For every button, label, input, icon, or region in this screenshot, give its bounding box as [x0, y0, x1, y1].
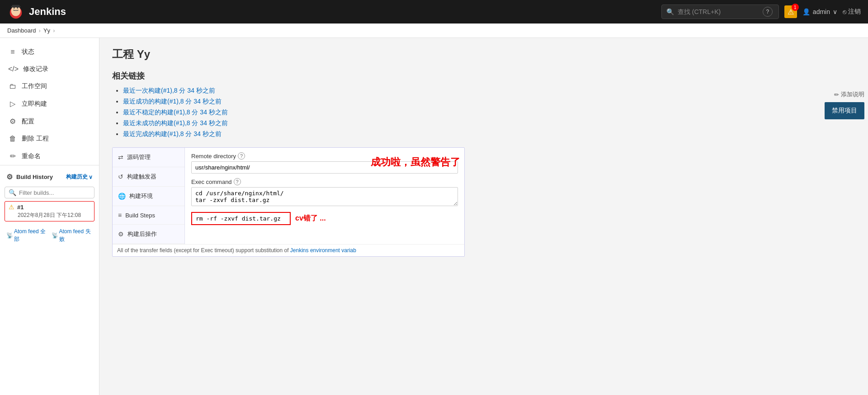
- config-nav-env[interactable]: 🌐 构建环境: [113, 187, 184, 206]
- remote-directory-help[interactable]: ?: [238, 152, 245, 160]
- search-input[interactable]: [678, 8, 759, 15]
- page-title: 工程 Yy: [112, 47, 855, 61]
- build-history-dropdown-icon: ∨: [89, 174, 93, 180]
- config-nav-post-build[interactable]: ⚙ 构建后操作: [113, 225, 184, 244]
- status-icon: ≡: [8, 48, 17, 56]
- build-item-1[interactable]: ⚠ #1 2022年8月28日 下午12:08: [5, 201, 94, 221]
- build-history-section: ⚙ Build History 构建历史 ∨ 🔍 ⚠ #1 2022年8月28日…: [0, 165, 99, 250]
- exec-command-field: Exec command ? cd /usr/share/nginx/html/…: [191, 178, 458, 207]
- changes-icon: </>: [8, 65, 19, 73]
- svg-rect-7: [11, 6, 21, 8]
- logout-label: 注销: [848, 8, 861, 16]
- sidebar-item-build-now[interactable]: ▷ 立即构建: [0, 95, 99, 113]
- sidebar-item-workspace[interactable]: 🗀 工作空间: [0, 78, 99, 95]
- sidebar-item-status[interactable]: ≡ 状态: [0, 43, 99, 61]
- related-links-list: 最近一次构建(#1),8 分 34 秒之前 最近成功的构建(#1),8 分 34…: [112, 87, 855, 138]
- sidebar-label-workspace: 工作空间: [22, 82, 47, 90]
- config-main: Remote directory ? Exec command ? cd /us…: [185, 148, 464, 244]
- breadcrumb-sep-2: ›: [53, 27, 55, 34]
- exec-command-label: Exec command ?: [191, 178, 458, 185]
- search-help-icon[interactable]: ?: [763, 7, 773, 17]
- filter-search-icon: 🔍: [9, 189, 16, 196]
- breadcrumb-dashboard[interactable]: Dashboard: [7, 27, 36, 34]
- main-content: ✏ 添加说明 禁用项目 工程 Yy 相关链接 最近一次构建(#1),8 分 34…: [99, 38, 868, 395]
- sidebar-item-delete[interactable]: 🗑 删除 工程: [0, 130, 99, 147]
- search-bar[interactable]: 🔍 ?: [661, 5, 779, 19]
- cv-error-annotation: cv错了 ...: [295, 214, 326, 223]
- sidebar-label-delete: 删除 工程: [22, 135, 49, 143]
- sidebar-item-changes[interactable]: </> 修改记录: [0, 61, 99, 78]
- atom-all-icon: 📡: [6, 232, 13, 239]
- breadcrumb: Dashboard › Yy ›: [0, 24, 868, 38]
- build-warning-icon: ⚠: [9, 203, 14, 211]
- build-number: #1: [17, 204, 24, 211]
- jenkins-logo[interactable]: Jenkins: [7, 3, 66, 20]
- main-layout: ≡ 状态 </> 修改记录 🗀 工作空间 ▷ 立即构建 ⚙ 配置 🗑 删除 工程…: [0, 38, 868, 395]
- logout-icon: ⎋: [843, 8, 846, 15]
- build-history-title: Build History: [16, 174, 62, 180]
- notification-bell[interactable]: ⚠ 1: [784, 5, 797, 18]
- atom-feed-fail[interactable]: 📡 Atom feed 失败: [52, 228, 93, 243]
- config-panel: ⇄ 源码管理 ↺ 构建触发器 🌐 构建环境 ≡ Build Steps: [112, 147, 465, 257]
- config-nav-scm[interactable]: ⇄ 源码管理: [113, 148, 184, 167]
- config-footer-note: All of the transfer fields (except for E…: [113, 244, 464, 256]
- sidebar-label-build-now: 立即构建: [22, 100, 47, 108]
- config-nav-post-build-label: 构建后操作: [127, 230, 157, 238]
- user-menu[interactable]: 👤 admin ∨: [802, 8, 837, 15]
- config-nav: ⇄ 源码管理 ↺ 构建触发器 🌐 构建环境 ≡ Build Steps: [113, 148, 185, 244]
- highlighted-command-row: cv错了 ...: [191, 212, 458, 225]
- notification-badge: 1: [792, 4, 799, 11]
- config-nav-triggers-label: 构建触发器: [127, 173, 156, 181]
- related-links-section: 相关链接 最近一次构建(#1),8 分 34 秒之前 最近成功的构建(#1),8…: [112, 71, 855, 138]
- configure-icon: ⚙: [8, 117, 17, 126]
- remote-directory-field: Remote directory ?: [191, 152, 458, 174]
- atom-fail-label: Atom feed 失败: [59, 228, 93, 243]
- logout-button[interactable]: ⎋ 注销: [843, 8, 861, 16]
- filter-builds-input[interactable]: [19, 189, 90, 196]
- build-history-link[interactable]: 构建历史 ∨: [66, 173, 93, 181]
- link-last-failed[interactable]: 最近未成功的构建(#1),8 分 34 秒之前: [123, 119, 228, 127]
- build-date: 2022年8月28日 下午12:08: [9, 212, 90, 219]
- build-steps-icon: ≡: [118, 212, 122, 219]
- config-nav-build-steps[interactable]: ≡ Build Steps: [113, 206, 184, 225]
- link-last-build[interactable]: 最近一次构建(#1),8 分 34 秒之前: [123, 87, 215, 94]
- build-history-header: ⚙ Build History 构建历史 ∨: [0, 169, 99, 185]
- config-nav-triggers[interactable]: ↺ 构建触发器: [113, 167, 184, 187]
- config-nav-build-steps-label: Build Steps: [125, 212, 155, 219]
- env-icon: 🌐: [118, 193, 126, 200]
- build-history-subtitle: 构建历史: [66, 173, 88, 181]
- remote-directory-input[interactable]: [191, 161, 458, 174]
- add-description-label: 添加说明: [841, 90, 864, 99]
- disable-project-button[interactable]: 禁用项目: [825, 102, 864, 119]
- sidebar-label-status: 状态: [22, 48, 34, 56]
- list-item: 最近未成功的构建(#1),8 分 34 秒之前: [123, 119, 855, 127]
- exec-command-help[interactable]: ?: [234, 178, 241, 185]
- sidebar-item-configure[interactable]: ⚙ 配置: [0, 113, 99, 130]
- right-actions: ✏ 添加说明 禁用项目: [825, 90, 868, 119]
- jenkins-env-link[interactable]: Jenkins environment variab: [290, 247, 356, 254]
- link-last-success[interactable]: 最近成功的构建(#1),8 分 34 秒之前: [123, 98, 222, 105]
- atom-feed-all[interactable]: 📡 Atom feed 全部: [6, 228, 48, 243]
- sidebar-label-configure: 配置: [22, 118, 34, 126]
- triggers-icon: ↺: [118, 173, 123, 180]
- exec-command-input[interactable]: cd /usr/share/nginx/html/ tar -zxvf dist…: [191, 187, 458, 206]
- rename-icon: ✏: [8, 152, 17, 160]
- breadcrumb-yy[interactable]: Yy: [43, 27, 50, 34]
- config-nav-scm-label: 源码管理: [127, 153, 151, 161]
- breadcrumb-sep-1: ›: [39, 27, 41, 34]
- jenkins-butler-icon: [7, 3, 24, 20]
- related-links-title: 相关链接: [112, 71, 855, 81]
- sidebar: ≡ 状态 </> 修改记录 🗀 工作空间 ▷ 立即构建 ⚙ 配置 🗑 删除 工程…: [0, 38, 99, 395]
- build-history-icon: ⚙: [6, 173, 13, 181]
- highlighted-command-input[interactable]: [191, 212, 291, 225]
- config-nav-env-label: 构建环境: [129, 192, 153, 200]
- sidebar-item-rename[interactable]: ✏ 重命名: [0, 147, 99, 165]
- link-last-complete[interactable]: 最近完成的构建(#1),8 分 34 秒之前: [123, 130, 222, 137]
- atom-fail-icon: 📡: [52, 232, 58, 239]
- filter-builds-bar[interactable]: 🔍: [5, 187, 94, 198]
- link-last-unstable[interactable]: 最近不稳定的构建(#1),8 分 34 秒之前: [123, 108, 228, 116]
- app-title: Jenkins: [29, 6, 66, 18]
- pencil-icon: ✏: [834, 91, 839, 98]
- scm-icon: ⇄: [118, 154, 123, 161]
- add-description-link[interactable]: ✏ 添加说明: [834, 90, 864, 99]
